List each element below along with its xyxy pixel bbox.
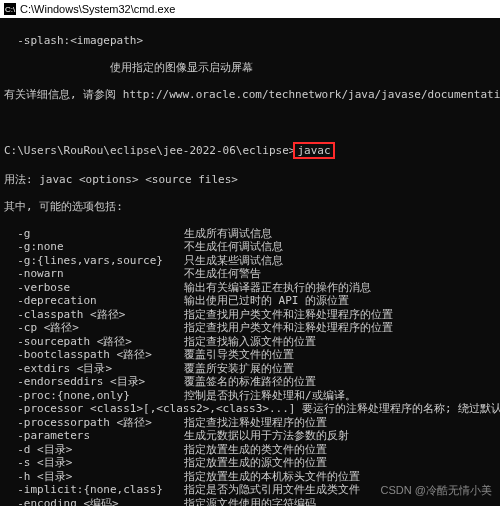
option-flag: -classpath <路径>	[4, 308, 184, 322]
option-row: -g生成所有调试信息	[4, 227, 496, 241]
option-desc: 指定是否为隐式引用文件生成类文件	[184, 483, 360, 497]
option-desc: 指定查找输入源文件的位置	[184, 335, 316, 349]
option-desc: 指定查找注释处理程序的位置	[184, 416, 327, 430]
option-desc: 只生成某些调试信息	[184, 254, 283, 268]
option-desc: 指定查找用户类文件和注释处理程序的位置	[184, 321, 393, 335]
terminal-output[interactable]: -splash:<imagepath> 使用指定的图像显示启动屏幕 有关详细信息…	[0, 18, 500, 506]
blank-line	[4, 115, 496, 129]
output-line: 用法: javac <options> <source files>	[4, 173, 496, 187]
option-flag: -extdirs <目录>	[4, 362, 184, 376]
cmd-icon: C:\	[4, 3, 16, 15]
prompt-line: C:\Users\RouRou\eclipse\jee-2022-06\ecli…	[4, 142, 496, 160]
option-row: -extdirs <目录>覆盖所安装扩展的位置	[4, 362, 496, 376]
option-flag: -proc:{none,only}	[4, 389, 184, 403]
option-flag: -processorpath <路径>	[4, 416, 184, 430]
option-row: -endorseddirs <目录>覆盖签名的标准路径的位置	[4, 375, 496, 389]
option-desc: 生成所有调试信息	[184, 227, 272, 241]
option-desc: 指定放置生成的类文件的位置	[184, 443, 327, 457]
option-desc: 不生成任何调试信息	[184, 240, 283, 254]
option-flag: -nowarn	[4, 267, 184, 281]
option-desc: 输出使用已过时的 API 的源位置	[184, 294, 349, 308]
window-titlebar: C:\ C:\Windows\System32\cmd.exe	[0, 0, 500, 18]
option-row: -deprecation输出使用已过时的 API 的源位置	[4, 294, 496, 308]
option-row: -cp <路径>指定查找用户类文件和注释处理程序的位置	[4, 321, 496, 335]
output-line: -splash:<imagepath>	[4, 34, 496, 48]
option-flag: -h <目录>	[4, 470, 184, 484]
option-desc: 指定放置生成的本机标头文件的位置	[184, 470, 360, 484]
option-desc: 指定查找用户类文件和注释处理程序的位置	[184, 308, 393, 322]
option-flag: -encoding <编码>	[4, 497, 184, 507]
option-flag: -verbose	[4, 281, 184, 295]
option-flag: -parameters	[4, 429, 184, 443]
option-row: -h <目录>指定放置生成的本机标头文件的位置	[4, 470, 496, 484]
option-flag: -implicit:{none,class}	[4, 483, 184, 497]
window-title: C:\Windows\System32\cmd.exe	[20, 3, 175, 15]
option-row: -nowarn不生成任何警告	[4, 267, 496, 281]
option-flag: -endorseddirs <目录>	[4, 375, 184, 389]
option-desc: 输出有关编译器正在执行的操作的消息	[184, 281, 371, 295]
option-row: -g:{lines,vars,source}只生成某些调试信息	[4, 254, 496, 268]
option-row: -processor <class1>[,<class2>,<class3>..…	[4, 402, 496, 416]
option-desc: 不生成任何警告	[184, 267, 261, 281]
command-highlight: javac	[293, 142, 334, 160]
option-desc: 指定源文件使用的字符编码	[184, 497, 316, 507]
option-flag: -s <目录>	[4, 456, 184, 470]
option-flag: -d <目录>	[4, 443, 184, 457]
option-row: -bootclasspath <路径>覆盖引导类文件的位置	[4, 348, 496, 362]
option-flag: -g	[4, 227, 184, 241]
option-row: -proc:{none,only}控制是否执行注释处理和/或编译。	[4, 389, 496, 403]
option-desc: 指定放置生成的源文件的位置	[184, 456, 327, 470]
output-line: 其中, 可能的选项包括:	[4, 200, 496, 214]
option-row: -parameters生成元数据以用于方法参数的反射	[4, 429, 496, 443]
option-desc: 覆盖签名的标准路径的位置	[184, 375, 316, 389]
option-row: -processorpath <路径>指定查找注释处理程序的位置	[4, 416, 496, 430]
option-desc: 生成元数据以用于方法参数的反射	[184, 429, 349, 443]
option-flag: -sourcepath <路径>	[4, 335, 184, 349]
option-flag: -deprecation	[4, 294, 184, 308]
option-desc: 覆盖所安装扩展的位置	[184, 362, 294, 376]
option-desc: 覆盖引导类文件的位置	[184, 348, 294, 362]
option-row: -classpath <路径>指定查找用户类文件和注释处理程序的位置	[4, 308, 496, 322]
output-line: 有关详细信息, 请参阅 http://www.oracle.com/techne…	[4, 88, 496, 102]
option-flag: -g:{lines,vars,source}	[4, 254, 184, 268]
option-row: -g:none不生成任何调试信息	[4, 240, 496, 254]
option-row: -verbose输出有关编译器正在执行的操作的消息	[4, 281, 496, 295]
option-flag: -bootclasspath <路径>	[4, 348, 184, 362]
option-desc: 控制是否执行注释处理和/或编译。	[184, 389, 356, 403]
option-row: -d <目录>指定放置生成的类文件的位置	[4, 443, 496, 457]
option-flag: -cp <路径>	[4, 321, 184, 335]
watermark: CSDN @冷酷无情小美	[381, 483, 492, 498]
option-flag: -g:none	[4, 240, 184, 254]
option-row: -s <目录>指定放置生成的源文件的位置	[4, 456, 496, 470]
option-row: -sourcepath <路径>指定查找输入源文件的位置	[4, 335, 496, 349]
output-line: 使用指定的图像显示启动屏幕	[4, 61, 496, 75]
